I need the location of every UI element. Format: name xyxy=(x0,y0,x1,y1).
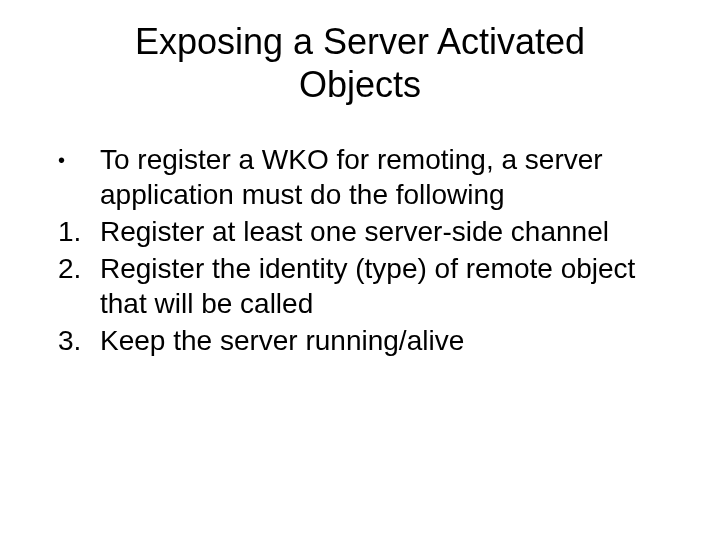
list-item: 1. Register at least one server-side cha… xyxy=(50,214,680,249)
slide-title: Exposing a Server Activated Objects xyxy=(40,20,680,106)
number-marker: 1. xyxy=(50,214,100,249)
bullet-marker: • xyxy=(50,142,100,212)
list-item-text: Register the identity (type) of remote o… xyxy=(100,251,680,321)
number-marker: 2. xyxy=(50,251,100,321)
list-item-text: To register a WKO for remoting, a server… xyxy=(100,142,680,212)
list-item-text: Register at least one server-side channe… xyxy=(100,214,680,249)
list-item: • To register a WKO for remoting, a serv… xyxy=(50,142,680,212)
number-marker: 3. xyxy=(50,323,100,358)
list-item-text: Keep the server running/alive xyxy=(100,323,680,358)
slide-content: • To register a WKO for remoting, a serv… xyxy=(40,142,680,358)
list-item: 2. Register the identity (type) of remot… xyxy=(50,251,680,321)
list-item: 3. Keep the server running/alive xyxy=(50,323,680,358)
